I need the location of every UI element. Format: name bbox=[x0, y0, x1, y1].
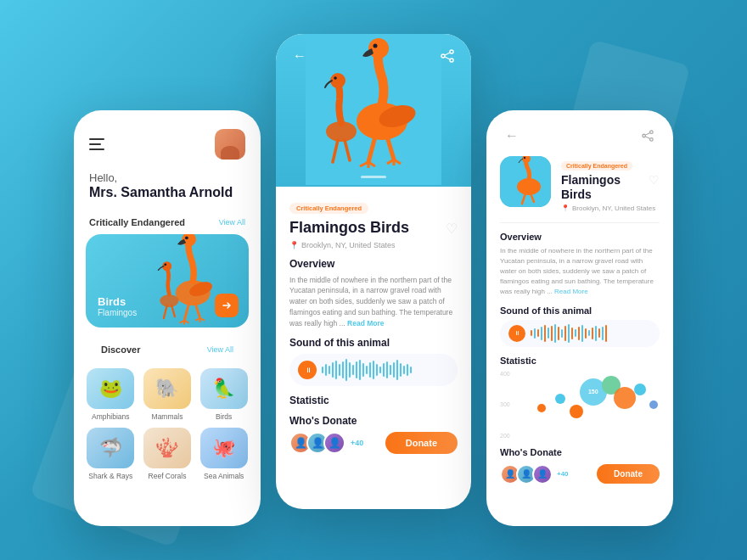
donor-avatar-3: 👤 bbox=[323, 432, 345, 454]
list-item[interactable]: 🦈 Shark & Rays bbox=[86, 428, 136, 480]
location-text: Brooklyn, NY, United States bbox=[301, 241, 395, 249]
overview-text: In the middle of nowhere in the northern… bbox=[289, 275, 458, 329]
category-thumb-shark: 🦈 bbox=[87, 428, 134, 468]
svg-line-16 bbox=[171, 305, 175, 316]
category-label: Sea Animals bbox=[204, 472, 244, 480]
category-thumb-amphibians: 🐸 bbox=[87, 368, 134, 409]
category-thumb-birds: 🦜 bbox=[200, 368, 248, 409]
s3-sound-section: Sound of this animal ⏸ bbox=[500, 305, 660, 347]
location-pin-icon: 📍 bbox=[289, 241, 299, 249]
svg-line-44 bbox=[645, 137, 649, 139]
category-label: Birds bbox=[216, 412, 232, 421]
sound-title: Sound of this animal bbox=[289, 337, 458, 349]
endangered-view-all[interactable]: View All bbox=[219, 218, 245, 227]
category-thumb-mammals: 🐘 bbox=[143, 368, 191, 409]
list-item[interactable]: 🐘 Mammals bbox=[143, 368, 193, 421]
s2-bird-title: Flamingos Birds bbox=[289, 219, 409, 238]
endangered-section-header: Critically Endangered View All bbox=[74, 212, 261, 234]
s3-favorite-icon[interactable]: ♡ bbox=[649, 173, 660, 187]
list-item[interactable]: 🐙 Sea Animals bbox=[199, 428, 249, 480]
s3-top-info: Critically Endangered Flamingos Birds ♡ … bbox=[486, 156, 673, 222]
chart-dot bbox=[634, 384, 646, 395]
featured-sub-label: Flamingos bbox=[98, 308, 137, 317]
s2-body: Critically Endangered Flamingos Birds ♡ … bbox=[276, 187, 471, 468]
s3-donate-row: 👤 👤 👤 +40 Donate bbox=[500, 464, 660, 484]
screen-detail-middle: ← Critically Endangered Flamingos Birds … bbox=[276, 34, 471, 509]
avatar[interactable] bbox=[215, 129, 245, 160]
category-label: Shark & Rays bbox=[88, 472, 132, 480]
s3-location-text: Brooklyn, NY, United States bbox=[572, 204, 655, 212]
s3-statistic-title: Statistic bbox=[500, 356, 660, 366]
read-more-link[interactable]: Read More bbox=[347, 319, 384, 328]
back-icon[interactable]: ← bbox=[288, 44, 312, 68]
donor-avatars: 👤 👤 👤 +40 bbox=[289, 432, 363, 454]
greeting-name: Mrs. Samantha Arnold bbox=[89, 184, 245, 200]
s3-donate-button[interactable]: Donate bbox=[597, 464, 660, 484]
discover-title: Discover bbox=[101, 344, 140, 355]
s3-statistic-section: Statistic 400 300 200 150 bbox=[500, 356, 660, 439]
donor-count: +40 bbox=[351, 439, 363, 447]
svg-line-43 bbox=[645, 133, 649, 136]
donate-button[interactable]: Donate bbox=[385, 432, 458, 454]
featured-bird-label: Birds bbox=[98, 295, 137, 308]
who-donate-title: Who's Donate bbox=[289, 415, 458, 427]
screens-container: Hello, Mrs. Samantha Arnold Critically E… bbox=[74, 34, 673, 526]
audio-waveform: ⏸ bbox=[289, 354, 458, 386]
svg-point-14 bbox=[164, 264, 166, 266]
s3-title-row: Flamingos Birds ♡ bbox=[561, 173, 660, 202]
favorite-icon[interactable]: ♡ bbox=[446, 221, 458, 237]
play-button[interactable]: ⏸ bbox=[298, 361, 317, 379]
s3-info-right: Critically Endangered Flamingos Birds ♡ … bbox=[561, 156, 660, 212]
who-donate-section: Who's Donate 👤 👤 👤 +40 Donate bbox=[289, 415, 458, 454]
svg-point-42 bbox=[643, 134, 646, 137]
s3-donor-avatars: 👤 👤 👤 +40 bbox=[500, 464, 569, 484]
featured-arrow-button[interactable] bbox=[215, 294, 239, 317]
svg-line-38 bbox=[445, 53, 450, 55]
list-item[interactable]: 🦜 Birds bbox=[199, 368, 249, 421]
svg-point-37 bbox=[441, 54, 445, 58]
chart-dot bbox=[555, 394, 565, 404]
s2-navigation: ← bbox=[276, 44, 471, 68]
s3-sound-title: Sound of this animal bbox=[500, 305, 660, 316]
s3-body: Overview In the middle of nowhere in the… bbox=[486, 232, 673, 484]
s3-location-pin-icon: 📍 bbox=[561, 204, 570, 212]
overview-title: Overview bbox=[289, 258, 458, 270]
s3-play-button[interactable]: ⏸ bbox=[508, 325, 525, 342]
discover-header: Discover View All bbox=[86, 339, 249, 361]
s3-location: 📍 Brooklyn, NY, United States bbox=[561, 204, 660, 212]
endangered-title: Critically Endangered bbox=[89, 217, 185, 227]
bird-thumbnail bbox=[500, 156, 551, 207]
chart-y-axis: 400 300 200 bbox=[500, 371, 510, 439]
s3-endangered-badge: Critically Endangered bbox=[561, 161, 632, 171]
s3-waveform-visualization bbox=[531, 324, 651, 343]
s3-read-more-link[interactable]: Read More bbox=[554, 288, 588, 295]
s3-share-icon[interactable] bbox=[636, 124, 660, 148]
statistic-section: Statistic bbox=[289, 395, 458, 406]
greeting-section: Hello, Mrs. Samantha Arnold bbox=[74, 168, 261, 212]
statistic-title: Statistic bbox=[289, 395, 458, 406]
flamingo-image-main bbox=[147, 234, 223, 328]
arrow-right-icon bbox=[222, 300, 232, 311]
s3-overview-text: In the middle of nowhere in the northern… bbox=[500, 246, 660, 297]
s2-title-row: Flamingos Birds ♡ bbox=[289, 219, 458, 238]
list-item[interactable]: 🪸 Reef Corals bbox=[143, 428, 193, 480]
chart-dot bbox=[570, 405, 583, 418]
chart-dot bbox=[649, 400, 658, 409]
s3-donor-count: +40 bbox=[557, 470, 569, 478]
list-item[interactable]: 🐸 Amphibians bbox=[86, 368, 136, 421]
chart-dots: 150 bbox=[521, 371, 660, 439]
featured-card[interactable]: Birds Flamingos bbox=[86, 234, 249, 328]
share-icon[interactable] bbox=[435, 44, 459, 68]
s3-pause-icon: ⏸ bbox=[514, 330, 520, 336]
chart-dot bbox=[537, 404, 546, 412]
discover-view-all[interactable]: View All bbox=[207, 345, 233, 354]
menu-icon[interactable] bbox=[89, 138, 104, 150]
bird-thumb-image bbox=[500, 156, 551, 207]
screen-home: Hello, Mrs. Samantha Arnold Critically E… bbox=[74, 110, 261, 526]
s3-audio-waveform: ⏸ bbox=[500, 320, 660, 347]
s3-donor-avatar-3: 👤 bbox=[532, 464, 553, 484]
chart-dot bbox=[614, 387, 636, 409]
hero-scroll-indicator bbox=[361, 176, 386, 178]
s3-bird-title: Flamingos Birds bbox=[561, 173, 649, 202]
s3-back-icon[interactable]: ← bbox=[500, 124, 524, 148]
